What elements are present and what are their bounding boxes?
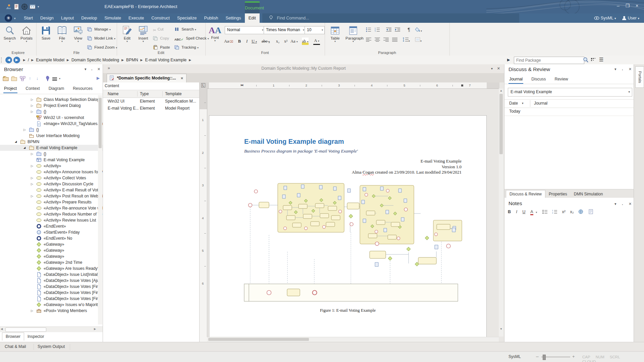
tree-item-e-mail-voting-example[interactable]: ◢E-mail Voting Example bbox=[0, 145, 103, 151]
ribbon-tab-simulate[interactable]: Simulate bbox=[101, 13, 125, 23]
zoom-in-icon[interactable]: + bbox=[572, 354, 575, 359]
tree-item--[interactable]: ▷{} bbox=[0, 109, 103, 115]
bottom-tab-inspector[interactable]: Inspector bbox=[24, 333, 47, 341]
strikethrough-button[interactable]: abc ▾ bbox=[262, 38, 270, 45]
nav-forward-button[interactable]: ▶ bbox=[13, 57, 20, 63]
notes-pin-icon[interactable]: 𝆺 bbox=[622, 202, 623, 206]
toolbar-overflow-icon[interactable]: ▶ bbox=[97, 76, 100, 80]
tree-item-activity-post-result-on-web-si[interactable]: ▷«Activity» Post Result on Web Si bbox=[0, 193, 103, 199]
ribbon-tab-execute[interactable]: Execute bbox=[125, 13, 148, 23]
tab-system-output[interactable]: System Output bbox=[38, 344, 65, 349]
column-header-name[interactable]: Name bbox=[108, 90, 139, 97]
expand-icon[interactable]: ▷ bbox=[31, 193, 33, 199]
tree-item-activity-review-issues-list[interactable]: «Activity» Review Issues List bbox=[0, 217, 103, 223]
notes-subscript-icon[interactable]: x₂ bbox=[570, 209, 574, 214]
ribbon-tab-edit[interactable]: Edit bbox=[245, 13, 260, 23]
minimize-button[interactable]: – bbox=[614, 3, 623, 9]
panel-tab-discuss-review[interactable]: Discuss & Review bbox=[506, 190, 545, 198]
expand-icon[interactable]: ▷ bbox=[31, 109, 33, 115]
change-case-button[interactable]: Aa ▾ bbox=[290, 38, 298, 45]
tree-item-image-win32ui-tagvalues-pn[interactable]: «Image» Win32UI_TagValues.pn bbox=[0, 121, 103, 127]
font-size-combo[interactable]: 10▾ bbox=[305, 26, 325, 34]
tree-item-dataobject-issue-votes-final[interactable]: «DataObject» Issue Votes [Final bbox=[0, 290, 103, 296]
notes-bullet-list-icon[interactable] bbox=[542, 209, 548, 214]
bold-button[interactable]: B bbox=[236, 38, 243, 45]
breadcrumb-separator-icon[interactable]: ▶ bbox=[189, 56, 191, 64]
tree-item-gateway-2nd-time[interactable]: «Gateway» 2nd Time bbox=[0, 259, 103, 265]
model-link-button[interactable]: Model Link ▾ bbox=[87, 35, 115, 42]
search-menu-button[interactable]: Search ▾ bbox=[174, 25, 196, 33]
notes-insert-icon[interactable] bbox=[589, 209, 593, 214]
tree-item-gateway[interactable]: «Gateway» bbox=[0, 253, 103, 259]
browser-dropdown-icon[interactable]: ▾ bbox=[85, 67, 87, 71]
paste-button[interactable]: Paste bbox=[153, 44, 170, 51]
tree-item-activity-discussion-cycle[interactable]: ▷«Activity» Discussion Cycle bbox=[0, 181, 103, 187]
breadcrumb-item[interactable]: / bbox=[28, 56, 29, 64]
browser-tab-resources[interactable]: Resources bbox=[72, 84, 93, 93]
line-spacing-button[interactable]: ▾ bbox=[402, 37, 410, 44]
tree-item-user-interface-modeling[interactable]: User Interface Modeling bbox=[0, 133, 103, 139]
collapse-icon[interactable]: ◢ bbox=[23, 145, 25, 151]
ribbon-tab-construct[interactable]: Construct bbox=[148, 13, 173, 23]
notes-editor-body[interactable] bbox=[504, 218, 634, 342]
find-package-search-icon[interactable] bbox=[583, 57, 588, 64]
document-vertical-scrollbar[interactable]: ▲ ▼ bbox=[499, 88, 503, 337]
fixed-zoom-button[interactable]: Fixed Zoom ▾ bbox=[87, 44, 117, 51]
notes-font-color-dropdown[interactable]: ▾ bbox=[536, 211, 537, 214]
ruler-corner[interactable]: L bbox=[200, 82, 207, 89]
tree-item-activity-re-announce-vote-with[interactable]: «Activity» Re-announce Vote with bbox=[0, 205, 103, 211]
context-tab-document[interactable]: Document bbox=[245, 1, 260, 15]
expand-icon[interactable]: ▷ bbox=[31, 175, 33, 181]
user-dropdown-icon[interactable]: ▾ bbox=[638, 17, 639, 20]
ribbon-tab-design[interactable]: Design bbox=[37, 13, 57, 23]
portals-button[interactable]: Portals▾ bbox=[19, 25, 34, 43]
perspective-dropdown-icon[interactable]: ▾ bbox=[614, 17, 616, 20]
user-label[interactable]: User bbox=[628, 16, 637, 20]
notes-bold-icon[interactable]: B bbox=[508, 209, 511, 214]
notes-underline-icon[interactable]: U bbox=[522, 209, 525, 214]
superscript-button[interactable]: x² bbox=[282, 38, 289, 45]
numbered-list-button[interactable]: 123 bbox=[374, 27, 381, 34]
breadcrumb-item[interactable]: BPMN bbox=[126, 56, 138, 64]
notes-superscript-icon[interactable]: x² bbox=[562, 209, 566, 214]
tree-item-win32-ui-screenshot[interactable]: Win32 UI - screenshot bbox=[0, 115, 103, 121]
perspective-label[interactable]: SysML bbox=[601, 16, 613, 20]
clear-formatting-button[interactable]: Aa⌫ bbox=[224, 38, 233, 45]
ribbon-tab-layout[interactable]: Layout bbox=[57, 13, 77, 23]
save-button[interactable]: Save bbox=[38, 25, 54, 40]
fill-color-button[interactable]: ▾ bbox=[415, 27, 422, 34]
document-page[interactable]: E-mail Voting Example diagram Business P… bbox=[209, 115, 487, 357]
quick-access-document-icon[interactable] bbox=[13, 3, 20, 10]
nav-back-button[interactable]: ◀ bbox=[5, 57, 12, 63]
tree-item--[interactable]: ▷{} bbox=[0, 127, 103, 133]
edit-button[interactable]: Edit▾ bbox=[119, 25, 135, 43]
tracking-button[interactable]: Tracking ▾ bbox=[174, 44, 199, 51]
locate-icon[interactable] bbox=[45, 75, 50, 83]
spell-check-button[interactable]: ABC✓ Spell Check ▾ bbox=[174, 35, 209, 42]
align-center-button[interactable] bbox=[374, 37, 381, 44]
zoom-slider-thumb[interactable] bbox=[543, 355, 546, 360]
highlight-button[interactable]: ab ▾ bbox=[302, 38, 309, 45]
discuss-close-icon[interactable]: ✕ bbox=[629, 67, 632, 71]
zoom-out-icon[interactable]: – bbox=[536, 354, 539, 359]
breadcrumb-item[interactable]: E-mail Voting Example bbox=[145, 56, 187, 64]
increase-indent-button[interactable] bbox=[394, 27, 401, 34]
notes-font-color-icon[interactable]: A bbox=[530, 209, 533, 215]
paragraph-button[interactable]: Paragraph▾ bbox=[345, 25, 361, 43]
tree-item-project-event-dialog[interactable]: ▷Project Event Dialog bbox=[0, 103, 103, 109]
font-button[interactable]: AA Font▾ bbox=[207, 25, 223, 42]
notes-numbered-list-icon[interactable]: 12 bbox=[552, 209, 557, 214]
expand-icon[interactable]: ▷ bbox=[31, 151, 33, 157]
discuss-tab-review[interactable]: Review bbox=[554, 75, 569, 83]
tree-item-dataobject-issue-votes-ajust[interactable]: «DataObject» Issue Votes [Ajust bbox=[0, 278, 103, 284]
expand-icon[interactable]: ▷ bbox=[31, 181, 33, 187]
expand-icon[interactable]: ▷ bbox=[23, 127, 26, 133]
tree-item-activity-reduce-number-of-vo[interactable]: «Activity» Reduce Number of Vo bbox=[0, 211, 103, 217]
manage-button[interactable]: Manage ▾ bbox=[87, 25, 111, 33]
browser-close-icon[interactable]: ✕ bbox=[97, 67, 100, 71]
tree-item-activity-collect-votes[interactable]: ▷«Activity» Collect Votes bbox=[0, 175, 103, 181]
ribbon-tab-settings[interactable]: Settings bbox=[222, 13, 245, 23]
panel-tab-properties[interactable]: Properties bbox=[545, 190, 571, 198]
underline-button[interactable]: U ▾ bbox=[251, 38, 258, 45]
collapse-icon[interactable]: ◢ bbox=[15, 139, 17, 145]
